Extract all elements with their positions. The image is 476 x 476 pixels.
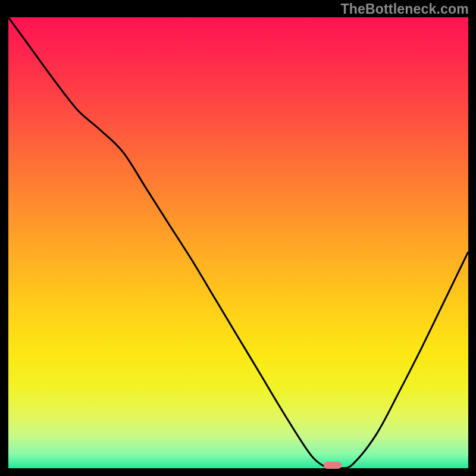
- bottleneck-curve: [8, 17, 468, 468]
- highlight-marker: [324, 462, 342, 469]
- curve-line: [8, 17, 468, 469]
- chart-frame: TheBottleneck.com: [0, 0, 476, 476]
- watermark-text: TheBottleneck.com: [340, 1, 469, 17]
